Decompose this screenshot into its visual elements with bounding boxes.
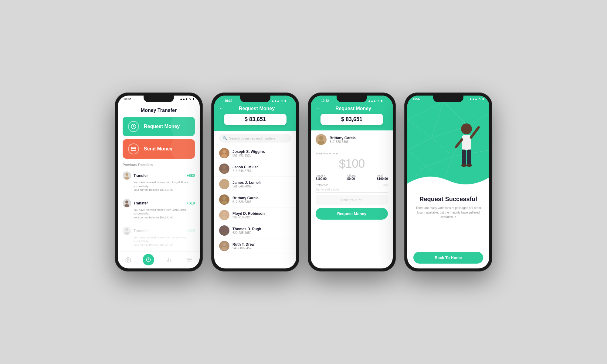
transfer-item-1: Transfer +$80 You have received money fr…	[118, 169, 200, 194]
contact-number-1: 651-792-1528	[232, 154, 265, 157]
svg-point-30	[318, 140, 324, 145]
svg-line-39	[407, 138, 432, 150]
breakdown-total: Total $100.00	[377, 174, 388, 180]
bottom-nav-1	[118, 251, 200, 268]
contact-info-3: James J. Lomeli 541-549-7092	[232, 180, 261, 188]
status-icons-1: ▲▲▲ ∿ ▮	[180, 97, 194, 100]
svg-point-24	[221, 216, 227, 220]
reference-section: Reference 0/25 Tap to add a note	[316, 184, 388, 193]
transfer-amount-1: +$80	[187, 174, 195, 178]
page-title-1: Money Transfer	[124, 108, 194, 113]
svg-point-2	[125, 173, 128, 176]
reference-input[interactable]: Tap to add a note	[316, 187, 388, 193]
request-money-button-3[interactable]: Request Money	[316, 208, 388, 220]
phone-3: 10:32 ▲▲▲ ∿ ▮ ← Request Money $ 83,651	[308, 93, 396, 271]
signal-icon-2: ▲▲▲	[271, 99, 280, 102]
contact-number-5: 937-719-9926	[232, 216, 265, 219]
enter-amount-label: Enter Your Amount	[316, 152, 388, 155]
charge-key: Charge	[347, 174, 356, 177]
phone-3-screen: 10:32 ▲▲▲ ∿ ▮ ← Request Money $ 83,651	[311, 96, 393, 268]
nav-menu[interactable]	[183, 254, 195, 265]
contact-name-7: Ruth T. Drew	[232, 242, 255, 247]
success-desc: There are many variations of passages of…	[413, 206, 483, 219]
phones-container: 10:32 ▲▲▲ ∿ ▮ Money Transfer Request Mon	[115, 93, 492, 271]
contact-name-1: Joseph S. Wiggins	[232, 150, 265, 154]
svg-point-5	[124, 204, 129, 207]
phone-2-screen: 10:32 ▲▲▲ ∿ ▮ ← Request Money $ 83,651 🔍…	[214, 96, 296, 268]
nav-transfer[interactable]	[143, 254, 154, 265]
contact-number-2: 716-646-8757	[232, 169, 258, 173]
contact-name-5: Floyd D. Robinson	[232, 211, 265, 216]
svg-line-49	[456, 140, 462, 147]
transfer-item-3: Transfer +$25 You have received money fr…	[118, 224, 200, 250]
transfer-avatar-2	[123, 199, 131, 207]
svg-point-6	[125, 228, 128, 231]
contact-item-6[interactable]: Thomas D. Pugh 620-285-1959	[214, 223, 296, 238]
signal-icon-3: ▲▲▲	[368, 99, 376, 102]
back-arrow-2[interactable]: ←	[219, 106, 224, 111]
page-title-3: Request Money	[324, 106, 383, 111]
phone-1: 10:32 ▲▲▲ ∿ ▮ Money Transfer Request Mon	[115, 93, 203, 271]
contact-info-2: Jacob E. Miller 716-646-8757	[232, 165, 258, 173]
contact-item-2[interactable]: Jacob E. Miller 716-646-8757	[214, 161, 296, 177]
svg-point-27	[222, 243, 226, 246]
recipient-info: Brittany Garcia 517-528-6306	[330, 136, 356, 143]
contact-info-6: Thomas D. Pugh 620-285-1959	[232, 227, 261, 234]
svg-point-26	[221, 231, 227, 235]
contact-item-3[interactable]: James J. Lomeli 541-549-7092	[214, 177, 296, 192]
contact-number-6: 620-285-1959	[232, 231, 261, 234]
contact-item-5[interactable]: Floyd D. Robinson 937-719-9926	[214, 207, 296, 223]
charge-val: $0.00	[347, 177, 356, 180]
signal-icon-4: ▲▲▲	[469, 97, 477, 100]
search-placeholder-2: Search by names and numbers	[229, 136, 276, 140]
svg-point-15	[222, 150, 226, 153]
nav-home[interactable]	[122, 254, 134, 265]
recipient-name: Brittany Garcia	[330, 136, 356, 140]
svg-point-21	[222, 196, 226, 200]
recipient-avatar	[316, 134, 327, 145]
svg-line-43	[422, 156, 453, 168]
status-icons-2: ▲▲▲ ∿ ▮	[271, 99, 286, 102]
svg-point-19	[222, 181, 226, 184]
transfer-avatar-1	[123, 171, 131, 180]
phone4-body: Request Successful There are many variat…	[407, 190, 489, 268]
wifi-icon-4: ∿	[479, 97, 481, 100]
contact-name-3: James J. Lomeli	[232, 180, 261, 185]
contact-item-4[interactable]: Brittany Garcia 517-528-6306	[214, 192, 296, 207]
send-money-button-1[interactable]: Send Money	[123, 139, 195, 159]
transfer-label-2: Transfer	[134, 201, 148, 205]
contact-avatar-3	[219, 179, 229, 189]
svg-point-17	[222, 165, 226, 169]
svg-point-4	[125, 201, 128, 204]
contact-name-6: Thomas D. Pugh	[232, 227, 261, 231]
notch-2	[240, 96, 270, 102]
search-icon-2: 🔍	[223, 136, 227, 140]
contact-number-4: 517-528-6306	[232, 200, 259, 204]
prev-transfers-label: Previous Transfers	[118, 163, 200, 169]
signal-icon-1: ▲▲▲	[180, 97, 188, 100]
contact-item-7[interactable]: Ruth T. Drew 949-600-8457	[214, 238, 296, 254]
total-key: Total	[377, 174, 388, 177]
svg-point-46	[461, 123, 472, 134]
phone-2: 10:32 ▲▲▲ ∿ ▮ ← Request Money $ 83,651 🔍…	[211, 93, 299, 271]
svg-point-29	[319, 136, 323, 140]
svg-rect-51	[467, 150, 471, 165]
svg-rect-47	[462, 135, 471, 150]
contacts-list: Joseph S. Wiggins 651-792-1528 Jacob E. …	[214, 144, 296, 268]
transfer-label-3: Transfer	[134, 229, 148, 233]
svg-point-20	[221, 185, 227, 189]
contact-info-4: Brittany Garcia 517-528-6306	[232, 196, 259, 204]
pin-input[interactable]: Enter Your Pin	[316, 195, 388, 205]
phone1-header: Money Transfer	[118, 105, 200, 117]
svg-line-48	[471, 127, 479, 137]
svg-point-16	[221, 154, 227, 158]
nav-chart[interactable]	[163, 254, 175, 265]
back-arrow-3[interactable]: ←	[316, 106, 320, 111]
contact-info-1: Joseph S. Wiggins 651-792-1528	[232, 150, 265, 157]
contact-avatar-2	[219, 163, 229, 174]
transfer-desc-2: You have received money from Josh Garcia…	[123, 208, 195, 220]
search-bar-2[interactable]: 🔍 Search by names and numbers	[219, 134, 291, 143]
contact-item-1[interactable]: Joseph S. Wiggins 651-792-1528	[214, 146, 296, 161]
back-to-home-button[interactable]: Back To Home	[413, 252, 483, 264]
request-money-button-1[interactable]: Request Money	[123, 117, 195, 136]
